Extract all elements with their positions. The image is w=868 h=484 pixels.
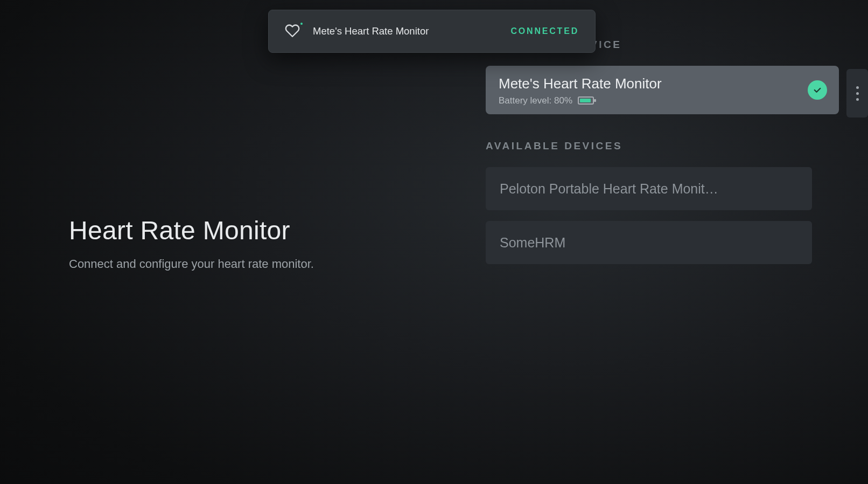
connected-device-name: Mete's Heart Rate Monitor — [499, 75, 826, 92]
toast-device-name: Mete's Heart Rate Monitor — [313, 25, 510, 37]
heart-icon — [285, 23, 301, 39]
left-panel: Heart Rate Monitor Connect and configure… — [69, 216, 403, 271]
available-device-item[interactable]: Peloton Portable Heart Rate Monit… — [486, 167, 812, 210]
available-device-item[interactable]: SomeHRM — [486, 221, 812, 264]
toast-status-label: CONNECTED — [510, 26, 579, 36]
connected-device-card[interactable]: Mete's Heart Rate Monitor Battery level:… — [486, 66, 839, 114]
battery-label: Battery level: 80% — [499, 95, 572, 106]
available-device-name: SomeHRM — [500, 235, 565, 251]
more-vertical-icon — [856, 86, 859, 101]
page-subtitle: Connect and configure your heart rate mo… — [69, 257, 403, 271]
battery-status: Battery level: 80% — [499, 95, 826, 106]
connection-toast: Mete's Heart Rate Monitor CONNECTED — [268, 10, 596, 53]
battery-fill — [580, 99, 591, 102]
device-more-button[interactable] — [846, 69, 868, 117]
page-title: Heart Rate Monitor — [69, 216, 403, 245]
status-dot-icon — [299, 22, 304, 26]
available-device-name: Peloton Portable Heart Rate Monit… — [500, 181, 718, 197]
device-panels: CONNECTED DEVICE Mete's Heart Rate Monit… — [486, 39, 857, 275]
connected-check-icon — [808, 80, 827, 100]
available-devices-header: AVAILABLE DEVICES — [486, 140, 857, 152]
battery-icon — [578, 96, 594, 105]
settings-screen: Heart Rate Monitor Connect and configure… — [0, 0, 868, 484]
